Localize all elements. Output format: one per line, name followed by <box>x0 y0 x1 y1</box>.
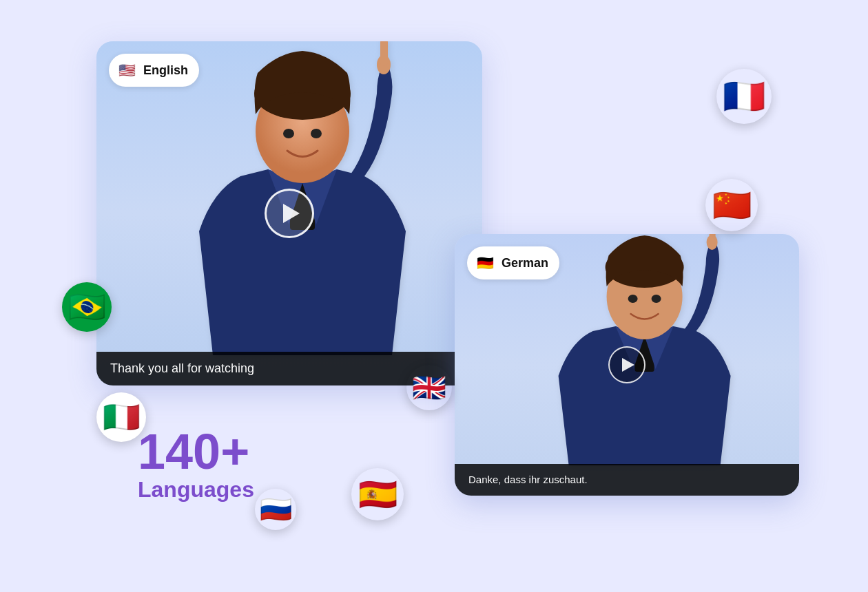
main-scene: 140+ Languages <box>55 28 813 564</box>
english-play-button[interactable] <box>265 189 314 238</box>
german-lang-name: German <box>502 256 548 271</box>
china-flag <box>705 179 758 231</box>
german-play-button[interactable] <box>608 346 645 383</box>
svg-point-12 <box>628 295 638 303</box>
german-subtitle-bar: Danke, dass ihr zuschaut. <box>455 464 799 496</box>
count-label: Languages <box>138 476 254 503</box>
france-flag <box>716 69 772 124</box>
german-subtitle-text: Danke, dass ihr zuschaut. <box>468 474 588 485</box>
russia-flag <box>255 489 296 530</box>
english-video-card[interactable]: 🇺🇸 English Thank you all for watching <box>96 41 482 385</box>
english-lang-badge: 🇺🇸 English <box>109 54 199 87</box>
svg-rect-7 <box>380 41 388 66</box>
german-lang-badge: 🇩🇪 German <box>467 246 559 279</box>
count-number: 140+ <box>138 427 254 476</box>
play-triangle-icon <box>283 204 300 223</box>
svg-point-5 <box>311 129 322 138</box>
english-lang-name: English <box>143 63 188 78</box>
brazil-flag <box>62 282 112 332</box>
german-flag-icon: 🇩🇪 <box>474 252 496 274</box>
german-video-card[interactable]: 🇩🇪 German Danke, dass ihr zuschaut. <box>455 234 799 496</box>
svg-point-13 <box>652 295 661 303</box>
spain-flag <box>351 468 404 520</box>
play-triangle-small-icon <box>622 358 634 372</box>
english-flag-icon: 🇺🇸 <box>116 59 138 81</box>
svg-point-4 <box>283 129 294 138</box>
languages-count: 140+ Languages <box>138 427 254 503</box>
svg-rect-15 <box>710 234 716 244</box>
german-person <box>535 234 755 468</box>
uk-flag <box>406 365 452 410</box>
english-subtitle-text: Thank you all for watching <box>110 361 254 375</box>
